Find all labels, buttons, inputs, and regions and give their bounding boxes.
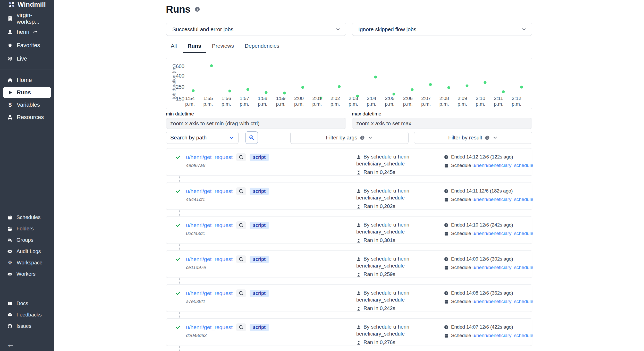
run-path-link[interactable]: u/henri/get_request [186, 154, 233, 160]
sidebar-divider [0, 336, 54, 336]
sidebar-item-label: Docs [16, 300, 28, 306]
run-details-button[interactable] [236, 323, 246, 331]
run-path-link[interactable]: u/henri/get_request [186, 188, 233, 194]
filter-by-result-button[interactable]: Filter by result [414, 132, 532, 144]
user-icon [356, 325, 361, 330]
magnifier-icon [238, 256, 244, 262]
scatter-point[interactable] [228, 90, 231, 93]
main-nav: Home Runs $ Variables Resources [0, 71, 54, 126]
sidebar-item-workers[interactable]: Workers [0, 268, 54, 280]
max-datetime-input[interactable] [352, 118, 532, 129]
clock-icon [444, 257, 449, 262]
run-details-button[interactable] [236, 187, 246, 195]
sidebar-item-home[interactable]: Home [0, 74, 54, 86]
sidebar-item-live[interactable]: Live [0, 52, 54, 65]
run-schedule-link[interactable]: u/henri/beneficiary_schedule [472, 265, 533, 270]
run-path-link[interactable]: u/henri/get_request [186, 256, 233, 262]
hourglass-icon [356, 306, 361, 311]
job-kind-select[interactable]: Successful and error jobs [166, 23, 346, 36]
sidebar-item-user[interactable]: henri [0, 25, 54, 39]
scatter-point[interactable] [192, 89, 194, 92]
run-duration: Ran in 0,276s [363, 339, 395, 345]
run-ended-at: Ended 14:08 12/6 (362s ago) [451, 290, 513, 296]
max-datetime-label: max datetime [352, 111, 532, 117]
x-tick-label: 1:55 p.m. [203, 96, 221, 107]
clock-icon [444, 325, 449, 330]
sidebar-item-schedules[interactable]: Schedules [0, 212, 54, 223]
x-tick-label: 2:08 p.m. [439, 96, 457, 107]
sidebar-item-workspace-settings[interactable]: ⚙ Workspace [0, 257, 54, 268]
sidebar-item-runs[interactable]: Runs [3, 87, 51, 98]
clock-icon [444, 189, 449, 194]
sidebar-item-label: Favorites [17, 42, 40, 49]
x-tick-label: 2:04 p.m. [367, 96, 385, 107]
sidebar-item-groups[interactable]: Groups [0, 234, 54, 246]
flow-jobs-select[interactable]: Ignore skipped flow jobs [352, 23, 532, 36]
tab-runs[interactable]: Runs [183, 43, 206, 53]
run-details-button[interactable] [236, 289, 246, 297]
collapse-sidebar-button[interactable]: ← [0, 338, 54, 351]
search-by-path-select[interactable]: Search by path [166, 132, 239, 144]
run-schedule-link[interactable]: u/henri/beneficiary_schedule [472, 197, 533, 202]
search-button[interactable] [245, 131, 258, 144]
run-path-link[interactable]: u/henri/get_request [186, 290, 233, 296]
run-ended-at: Ended 14:12 12/6 (122s ago) [451, 154, 513, 160]
sidebar-item-docs[interactable]: Docs [0, 298, 54, 309]
logo-row[interactable]: Windmill [0, 0, 54, 9]
duration-chart[interactable]: job duration (ms) 150250400600 1:54 p.m.… [166, 58, 532, 109]
sidebar-item-resources[interactable]: Resources [0, 111, 54, 123]
y-tick-label: 400 [176, 73, 184, 79]
scatter-point[interactable] [247, 88, 249, 91]
tab-dependencies[interactable]: Dependencies [240, 43, 284, 53]
scatter-point[interactable] [374, 76, 377, 79]
sidebar-item-workspace-switcher[interactable]: virgin-worksp... [0, 12, 54, 25]
x-tick-label: 1:58 p.m. [258, 96, 276, 107]
sidebar-item-feedbacks[interactable]: Feedbacks [0, 309, 54, 320]
run-connector [179, 244, 180, 250]
sidebar-item-folders[interactable]: Folders [0, 223, 54, 234]
calendar-icon [444, 299, 449, 304]
scatter-point[interactable] [301, 86, 304, 89]
scatter-point[interactable] [484, 81, 487, 84]
chart-plot: 150250400600 [187, 63, 528, 99]
scatter-point[interactable] [338, 85, 341, 88]
run-schedule-link[interactable]: u/henri/beneficiary_schedule [472, 333, 533, 338]
building-icon [7, 16, 13, 21]
run-schedule-label: Schedule [451, 231, 471, 236]
run-details-button[interactable] [236, 153, 246, 161]
scatter-point[interactable] [429, 83, 432, 86]
run-details-button[interactable] [236, 255, 246, 263]
run-card: u/henri/get_request script a7e038f1 By s… [166, 284, 532, 312]
sidebar-item-issues[interactable]: Issues [0, 320, 54, 332]
run-id: d2048d63 [186, 333, 269, 338]
scatter-point[interactable] [520, 86, 523, 89]
scatter-point[interactable] [502, 90, 505, 93]
filter-by-args-button[interactable]: Filter by args [290, 132, 409, 144]
run-schedule-link[interactable]: u/henri/beneficiary_schedule [472, 299, 533, 304]
scatter-point[interactable] [411, 88, 414, 91]
tab-previews[interactable]: Previews [207, 43, 239, 53]
run-schedule-label: Schedule [451, 299, 471, 304]
sidebar-item-favorites[interactable]: Favorites [0, 39, 54, 52]
scatter-point[interactable] [393, 93, 395, 95]
run-details-button[interactable] [236, 221, 246, 229]
run-schedule-link[interactable]: u/henri/beneficiary_schedule [472, 163, 533, 168]
min-datetime-input[interactable] [166, 118, 346, 129]
sidebar-item-label: Runs [17, 89, 31, 96]
sidebar-item-audit-logs[interactable]: Audit Logs [0, 246, 54, 257]
info-icon [485, 135, 490, 140]
sidebar-item-variables[interactable]: $ Variables [0, 99, 54, 111]
run-schedule-link[interactable]: u/henri/beneficiary_schedule [472, 231, 533, 236]
run-path-link[interactable]: u/henri/get_request [186, 324, 233, 330]
run-id: ce11d97e [186, 265, 269, 270]
tab-all[interactable]: All [166, 43, 181, 53]
scatter-point[interactable] [265, 91, 268, 94]
run-schedule-label: Schedule [451, 163, 471, 168]
run-path-link[interactable]: u/henri/get_request [186, 222, 233, 228]
github-icon [7, 323, 13, 329]
scatter-point[interactable] [465, 85, 468, 87]
scatter-point[interactable] [283, 92, 286, 95]
scatter-point[interactable] [447, 86, 450, 89]
scatter-point[interactable] [210, 64, 213, 67]
info-icon[interactable] [194, 6, 200, 12]
